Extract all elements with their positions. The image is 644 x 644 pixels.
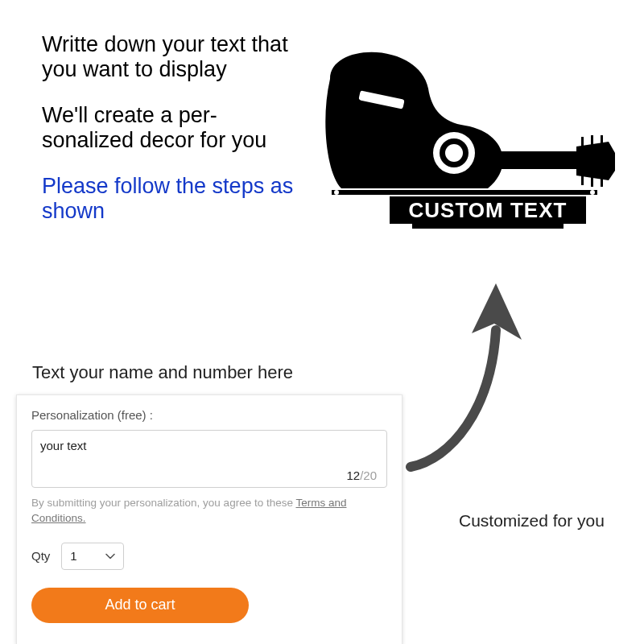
- add-to-cart-button[interactable]: Add to cart: [31, 588, 249, 623]
- personalization-panel: Personalization (free) : 12/20 By submit…: [16, 394, 402, 644]
- instruction-line-2: We'll create a per­sonalized decor for y…: [42, 103, 299, 153]
- svg-rect-7: [332, 190, 597, 195]
- personalization-label: Personalization (free) :: [31, 408, 387, 422]
- chevron-down-icon: [105, 553, 115, 559]
- qty-label: Qty: [31, 549, 50, 563]
- char-counter: 12/20: [346, 469, 377, 482]
- input-caption: Text your name and number here: [32, 362, 293, 383]
- qty-row: Qty 1: [31, 543, 387, 570]
- svg-point-12: [445, 144, 463, 162]
- svg-rect-2: [591, 135, 593, 147]
- svg-rect-15: [412, 224, 564, 229]
- char-count: 12: [346, 469, 360, 482]
- instruction-text: Writte down your text that you want to d…: [42, 32, 299, 245]
- svg-rect-1: [581, 137, 584, 147]
- svg-rect-0: [483, 151, 578, 169]
- qty-select[interactable]: 1: [61, 543, 124, 570]
- svg-rect-3: [601, 135, 603, 147]
- output-caption: Customized for you: [459, 511, 605, 530]
- svg-rect-4: [581, 175, 584, 185]
- personalization-input[interactable]: [40, 439, 378, 452]
- qty-value: 1: [70, 549, 76, 563]
- char-max: /20: [360, 469, 377, 482]
- custom-text-label: CUSTOM TEXT: [409, 198, 568, 222]
- arrow-icon: [394, 274, 547, 475]
- guitar-decor-icon: CUSTOM TEXT: [322, 48, 620, 258]
- personalization-textbox[interactable]: 12/20: [31, 430, 387, 488]
- disclaimer-prefix: By submitting your personalization, you …: [31, 497, 295, 509]
- svg-point-8: [334, 190, 339, 195]
- instruction-line-1: Writte down your text that you want to d…: [42, 32, 299, 82]
- product-preview: CUSTOM TEXT: [322, 48, 620, 258]
- instruction-line-3: Please follow the steps as shown: [42, 174, 299, 224]
- svg-rect-5: [591, 175, 593, 187]
- svg-rect-6: [601, 175, 603, 187]
- disclaimer-text: By submitting your personalization, you …: [31, 496, 387, 526]
- svg-point-9: [590, 190, 595, 195]
